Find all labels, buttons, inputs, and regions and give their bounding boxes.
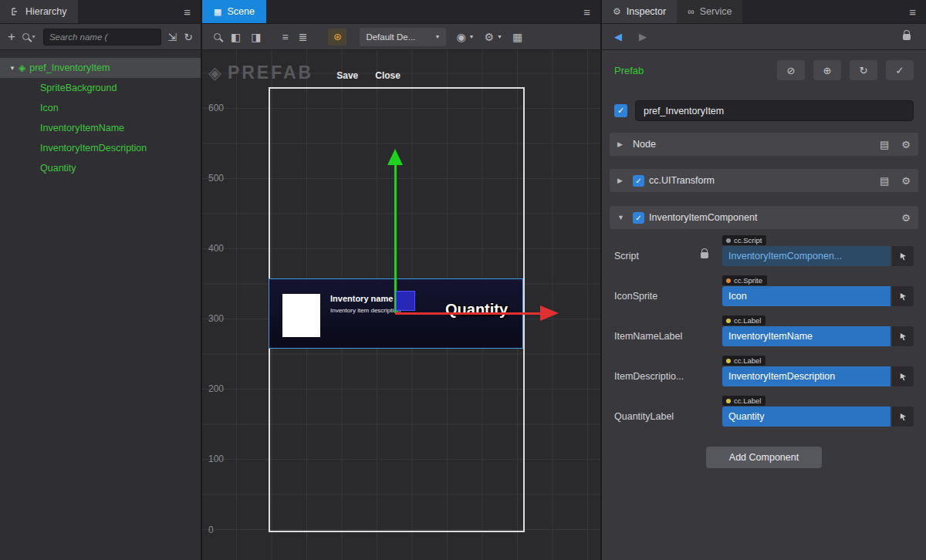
property-label: Script <box>614 251 701 266</box>
zoom-icon[interactable] <box>214 33 221 40</box>
tree-node[interactable]: Icon <box>0 98 201 118</box>
prefab-save-button[interactable]: Save <box>336 70 358 83</box>
tree-node-root[interactable]: ▼ ◈ pref_InventoryItem <box>0 58 201 78</box>
create-node-button[interactable]: + <box>8 30 15 43</box>
label-reference-field[interactable]: InventoryItemDescription <box>722 366 891 386</box>
chevron-down-icon: ▼ <box>434 34 440 39</box>
paste-in-place-icon[interactable]: ◧ <box>231 32 241 42</box>
inspector-menu-icon[interactable]: ≡ <box>899 5 926 19</box>
paste-values-icon[interactable]: ▤ <box>880 175 889 187</box>
search-filter-button[interactable]: ▼ <box>22 33 36 40</box>
component-type-tag: cc.Label <box>722 315 765 326</box>
component-enabled-checkbox[interactable]: ✓ <box>633 212 644 224</box>
display-mode-value: Default De... <box>366 32 415 42</box>
gizmo-x-arrow-icon[interactable] <box>540 305 559 321</box>
apply-prefab-button[interactable]: ✓ <box>886 60 914 80</box>
node-name-row: ✓ <box>614 100 914 121</box>
item-quantity-text: Quantity <box>445 301 508 319</box>
collapse-caret-icon[interactable]: ▶ <box>617 140 628 148</box>
gizmo-plane-handle[interactable] <box>396 291 415 311</box>
chevron-down-icon: ▼ <box>31 34 36 39</box>
editor-window: Hierarchy ≡ + ▼ ⇲ ↻ ▼ ◈ pref_InventoryIt… <box>0 0 926 560</box>
history-forward-icon[interactable]: ▶ <box>639 31 647 42</box>
collapse-caret-icon[interactable]: ▼ <box>617 214 628 221</box>
script-reference-field[interactable]: InventoryItemComponen... <box>722 246 891 266</box>
property-row-quantitylabel: QuantityLabel cc.Label Quantity <box>614 396 914 427</box>
paste-values-icon[interactable]: ▤ <box>880 139 889 150</box>
service-icon: ∞ <box>688 7 694 16</box>
gizmo-y-arrow-icon[interactable] <box>387 149 403 165</box>
gizmo-x-axis[interactable] <box>395 312 540 315</box>
search-input[interactable] <box>43 29 161 46</box>
prefab-close-button[interactable]: Close <box>375 70 400 83</box>
node-picker-button[interactable] <box>892 326 914 346</box>
tab-scene[interactable]: ▦ Scene <box>202 0 266 23</box>
display-mode-dropdown[interactable]: Default De... ▼ <box>360 28 446 46</box>
tree-node[interactable]: SpriteBackground <box>0 78 201 98</box>
refresh-icon[interactable]: ↻ <box>184 32 193 42</box>
label-reference-field[interactable]: InventoryItemName <box>722 326 891 346</box>
locate-prefab-asset-button[interactable]: ⊕ <box>813 60 841 80</box>
scene-viewport[interactable]: 600 500 400 300 200 100 0 ◈ PREFAB Save … <box>202 50 600 560</box>
section-uitransform[interactable]: ▶ ✓ cc.UITransform ▤ ⚙ <box>610 169 918 192</box>
sprite-reference-field[interactable]: Icon <box>722 286 891 306</box>
tab-service[interactable]: ∞ Service <box>677 0 742 23</box>
history-back-icon[interactable]: ◀ <box>614 31 622 42</box>
scene-menu-icon[interactable]: ≡ <box>573 5 600 19</box>
property-row-itemnamelabel: ItemNameLabel cc.Label InventoryItemName <box>614 315 914 346</box>
expand-caret-icon[interactable]: ▼ <box>6 65 19 72</box>
node-picker-button[interactable] <box>892 407 914 427</box>
collapse-caret-icon[interactable]: ▶ <box>617 177 628 184</box>
scene-tab-label: Scene <box>227 6 254 17</box>
paste-component-icon[interactable]: ◨ <box>251 32 261 42</box>
unlink-prefab-button[interactable]: ⊘ <box>777 60 805 80</box>
tab-hierarchy[interactable]: Hierarchy <box>0 0 78 23</box>
node-picker-button[interactable] <box>892 366 914 386</box>
tree-node[interactable]: InventoryItemDescription <box>0 138 201 158</box>
section-inventory-item-component[interactable]: ▼ ✓ InventoryItemComponent ⚙ <box>610 206 918 229</box>
tree-node-label: Icon <box>40 103 59 113</box>
prefab-cube-icon: ◈ <box>19 62 25 73</box>
inspector-panel: ⚙ Inspector ∞ Service ≡ ◀ ▶ Prefab ⊘ ⊕ ↻… <box>602 0 926 560</box>
gear-icon[interactable]: ⚙ <box>901 139 911 150</box>
label-type-dot-icon <box>726 359 731 363</box>
scene-settings-dropdown[interactable]: ⚙ ▼ <box>485 32 503 42</box>
chevron-down-icon: ▼ <box>469 34 475 39</box>
collapse-all-icon[interactable]: ⇲ <box>168 32 177 42</box>
picker-cursor-icon <box>899 292 907 301</box>
node-picker-button[interactable] <box>892 246 914 266</box>
ruler-label: 600 <box>208 103 224 113</box>
camera-dropdown[interactable]: ◉ ▼ <box>456 32 474 42</box>
add-component-button[interactable]: Add Component <box>706 447 822 468</box>
align-top-icon[interactable]: ≡ <box>282 32 288 42</box>
item-icon-sprite <box>282 294 320 337</box>
tree-node[interactable]: InventoryItemName <box>0 118 201 138</box>
gizmo-light-toggle[interactable]: ⊛ <box>328 29 346 46</box>
inspector-lock-icon[interactable] <box>903 34 911 40</box>
section-node[interactable]: ▶ Node ▤ ⚙ <box>610 133 918 156</box>
node-picker-button[interactable] <box>892 286 914 306</box>
node-name-input[interactable] <box>635 100 914 121</box>
revert-prefab-button[interactable]: ↻ <box>850 60 877 80</box>
align-bottom-icon[interactable]: ≣ <box>299 32 308 42</box>
tree-node[interactable]: Quantity <box>0 158 201 178</box>
ruler-label: 400 <box>208 243 224 254</box>
revert-icon: ↻ <box>860 65 868 76</box>
hierarchy-tabbar: Hierarchy ≡ <box>0 0 201 24</box>
property-label: IconSprite <box>614 291 722 306</box>
gear-icon[interactable]: ⚙ <box>901 212 911 224</box>
tree-node-label: SpriteBackground <box>40 83 117 93</box>
gear-icon[interactable]: ⚙ <box>901 175 911 187</box>
camera-icon: ◉ <box>456 32 465 42</box>
component-type-tag: cc.Sprite <box>722 275 767 285</box>
component-enabled-checkbox[interactable]: ✓ <box>633 175 644 187</box>
hierarchy-menu-icon[interactable]: ≡ <box>174 5 201 19</box>
hierarchy-tree: ▼ ◈ pref_InventoryItem SpriteBackground … <box>0 50 201 560</box>
label-reference-field[interactable]: Quantity <box>722 407 891 427</box>
node-active-checkbox[interactable]: ✓ <box>614 104 627 117</box>
grid-view-icon[interactable]: ▦ <box>512 32 522 42</box>
tab-inspector[interactable]: ⚙ Inspector <box>602 0 677 23</box>
prefab-label: Prefab <box>614 65 644 76</box>
lock-icon <box>701 252 708 258</box>
section-label: InventoryItemComponent <box>649 212 757 223</box>
